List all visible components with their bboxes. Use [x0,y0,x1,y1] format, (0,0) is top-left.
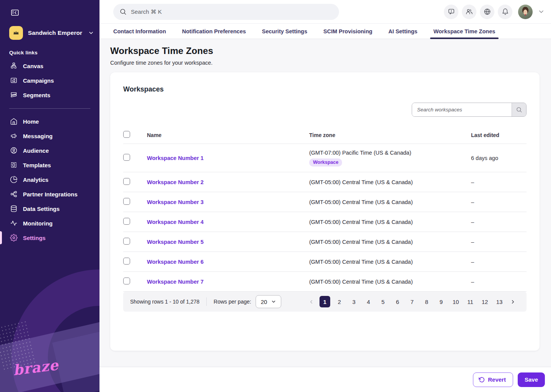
sidebar-item-label: Partner Integrations [23,191,78,198]
last-edited-cell: – [471,239,527,245]
timezone-cell: (GMT-05:00) Central Time (US & Canada) [309,259,471,265]
table-row: Workspace Number 6 (GMT-05:00) Central T… [123,252,527,272]
page-button[interactable]: 12 [479,296,490,307]
rows-per-page-label: Rows per page: [214,299,251,305]
people-button[interactable] [462,5,476,19]
page-button[interactable]: 10 [450,296,461,307]
sidebar-item-label: Settings [23,235,46,241]
workspace-link[interactable]: Workspace Number 3 [147,199,204,205]
sidebar-item-templates[interactable]: Templates [0,158,99,172]
sidebar-item-label: Canvas [23,63,43,69]
global-search-input[interactable]: Search ⌘ K [113,4,339,20]
next-page-button[interactable] [509,299,517,305]
tab-notification-preferences[interactable]: Notification Preferences [182,24,246,39]
page-button[interactable]: 4 [363,296,374,307]
page-button[interactable]: 2 [334,296,345,307]
tab-ai-settings[interactable]: AI Settings [388,24,417,39]
row-checkbox[interactable] [123,258,130,265]
quick-links-header: Quick links [9,50,99,56]
settings-tabs: Contact Information Notification Prefere… [99,24,551,39]
sidebar-item-canvas[interactable]: Canvas [0,59,99,73]
workspace-link[interactable]: Workspace Number 4 [147,219,204,225]
page-buttons: 1 2 3 4 5 6 7 8 9 10 11 12 13 [320,296,505,307]
page-button[interactable]: 6 [392,296,403,307]
timezone-cell: (GMT-05:00) Central Time (US & Canada) [309,279,471,285]
sidebar-item-campaigns[interactable]: Campaigns [0,73,99,88]
audience-icon [10,147,18,154]
save-button[interactable]: Save [518,372,545,387]
sidebar-item-label: Segments [23,92,51,98]
page-button[interactable]: 1 [320,296,330,307]
page-button[interactable]: 3 [349,296,359,307]
workspace-link[interactable]: Workspace Number 6 [147,259,204,265]
sidebar-item-segments[interactable]: Segments [0,88,99,102]
workspace-search-button[interactable] [512,103,526,116]
sidebar: Sandwich Emperor Quick links Canvas Camp… [0,0,99,392]
workspace-link[interactable]: Workspace Number 2 [147,179,204,185]
pager: 1 2 3 4 5 6 7 8 9 10 11 12 13 [307,296,517,307]
page-button[interactable]: 11 [465,296,476,307]
previous-page-button[interactable] [307,299,316,305]
tab-scim-provisioning[interactable]: SCIM Provisioning [323,24,372,39]
sidebar-item-audience[interactable]: Audience [0,143,99,158]
tab-workspace-time-zones[interactable]: Workspace Time Zones [434,24,495,39]
home-icon [10,118,18,125]
globe-icon [484,8,491,15]
last-edited-cell: – [471,199,527,205]
sidebar-item-settings[interactable]: Settings [0,230,99,245]
sidebar-divider [9,108,90,109]
table-row: Workspace Number 3 (GMT-05:00) Central T… [123,192,527,212]
pie-chart-icon [10,176,18,183]
revert-button[interactable]: Revert [473,372,513,387]
user-avatar[interactable] [518,5,533,19]
page-button[interactable]: 5 [378,296,388,307]
table-body: Workspace Number 1 (GMT-07:00) Pacific T… [123,144,527,292]
sidebar-item-monitoring[interactable]: Monitoring [0,216,99,230]
feedback-button[interactable] [444,5,458,19]
row-checkbox[interactable] [123,238,130,245]
page-button[interactable]: 7 [407,296,417,307]
workspaces-table: Name Time zone Last edited Workspace Num… [123,127,527,292]
app-window: Sandwich Emperor Quick links Canvas Camp… [0,0,551,392]
row-checkbox[interactable] [123,198,130,205]
globe-button[interactable] [480,5,494,19]
sidebar-item-label: Analytics [23,176,49,183]
sidebar-item-home[interactable]: Home [0,114,99,129]
integrations-icon [10,190,18,198]
timezone-cell: (GMT-05:00) Central Time (US & Canada) [309,219,471,225]
user-menu-chevron-icon[interactable] [538,8,545,15]
column-header-last-edited: Last edited [471,132,527,138]
page-button[interactable]: 13 [494,296,505,307]
chevron-down-icon [88,30,94,36]
row-checkbox[interactable] [123,154,130,161]
workspace-switcher[interactable]: Sandwich Emperor [9,26,99,40]
workspace-link[interactable]: Workspace Number 5 [147,239,204,245]
timezone-cell: (GMT-05:00) Central Time (US & Canada) [309,239,471,245]
rows-per-page-select[interactable]: 20 [256,295,281,308]
workspace-search-input[interactable] [412,103,512,116]
sidebar-collapse-button[interactable] [9,8,21,18]
sidebar-item-messaging[interactable]: Messaging [0,129,99,143]
sidebar-item-label: Templates [23,162,51,168]
page-button[interactable]: 9 [436,296,447,307]
tab-security-settings[interactable]: Security Settings [262,24,307,39]
tab-contact-information[interactable]: Contact Information [113,24,166,39]
row-checkbox[interactable] [123,278,130,284]
sidebar-item-data-settings[interactable]: Data Settings [0,201,99,216]
topbar: Search ⌘ K [99,0,551,24]
timezone-cell: (GMT-05:00) Central Time (US & Canada) [309,179,471,185]
workspace-link[interactable]: Workspace Number 7 [147,279,204,285]
page-button[interactable]: 8 [421,296,432,307]
row-checkbox[interactable] [123,178,130,185]
workspace-link[interactable]: Workspace Number 1 [147,155,204,161]
row-checkbox[interactable] [123,218,130,225]
sidebar-item-analytics[interactable]: Analytics [0,172,99,187]
workspace-badge: Workspace [309,158,342,167]
notifications-button[interactable] [498,5,512,19]
rows-per-page-value: 20 [261,299,267,305]
select-all-checkbox[interactable] [123,131,130,138]
sidebar-item-partner-integrations[interactable]: Partner Integrations [0,187,99,201]
chevron-down-icon [271,299,276,304]
sidebar-item-label: Monitoring [23,220,52,227]
last-edited-cell: – [471,259,527,265]
